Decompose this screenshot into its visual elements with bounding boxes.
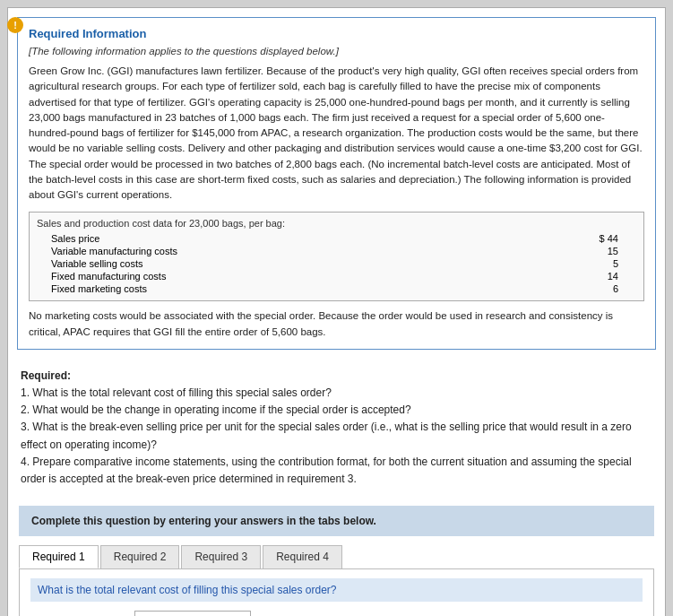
tab-question: What is the total relevant cost of filli… [30, 578, 643, 602]
complete-box: Complete this question by entering your … [19, 506, 654, 536]
cost-table-row: Variable manufacturing costs15 [37, 245, 636, 257]
required-item: 2. What would be the change in operating… [21, 402, 652, 419]
cost-label: Variable selling costs [37, 257, 456, 270]
info-title: Required Information [29, 27, 644, 40]
cost-value: $ 44 [456, 232, 636, 245]
cost-table-row: Fixed manufacturing costs14 [37, 270, 636, 282]
cost-label: Variable manufacturing costs [37, 245, 456, 257]
required-label: Required: [21, 369, 71, 382]
required-items: 1. What is the total relevant cost of fi… [21, 385, 652, 488]
cost-table-row: Fixed marketing costs6 [37, 282, 636, 295]
cost-label: Fixed manufacturing costs [37, 270, 456, 282]
cost-table-row: Variable selling costs5 [37, 257, 636, 270]
info-box: ! Required Information [The following in… [17, 17, 656, 350]
cost-table: Sales price$ 44Variable manufacturing co… [37, 232, 636, 295]
cost-value: 6 [456, 282, 636, 295]
tab-content: What is the total relevant cost of filli… [19, 568, 654, 616]
footer-note: No marketing costs would be associated w… [29, 308, 644, 340]
input-row: Total relevant cost [30, 611, 643, 616]
cost-label: Fixed marketing costs [37, 282, 456, 295]
info-icon: ! [7, 17, 23, 33]
required-section: Required: 1. What is the total relevant … [8, 359, 665, 497]
tab-required-4[interactable]: Required 4 [263, 545, 342, 568]
required-item: 3. What is the break-even selling price … [21, 419, 652, 453]
total-relevant-cost-input[interactable] [134, 611, 251, 616]
info-body: Green Grow Inc. (GGI) manufactures lawn … [29, 64, 644, 203]
cost-table-wrapper: Sales and production cost data for 23,00… [29, 212, 644, 301]
cost-table-title: Sales and production cost data for 23,00… [37, 218, 636, 229]
cost-value: 14 [456, 270, 636, 282]
info-subtitle: [The following information applies to th… [29, 46, 644, 56]
required-item: 4. Prepare comparative income statements… [21, 454, 652, 488]
tab-required-1[interactable]: Required 1 [19, 545, 99, 568]
required-item: 1. What is the total relevant cost of fi… [21, 385, 652, 402]
tab-required-3[interactable]: Required 3 [181, 545, 261, 568]
cost-label: Sales price [37, 232, 456, 245]
cost-value: 15 [456, 245, 636, 257]
tab-required-2[interactable]: Required 2 [100, 545, 180, 568]
complete-text: Complete this question by entering your … [31, 515, 376, 527]
page-container: ! Required Information [The following in… [7, 7, 666, 616]
cost-value: 5 [456, 257, 636, 270]
cost-table-row: Sales price$ 44 [37, 232, 636, 245]
tabs-container: Required 1Required 2Required 3Required 4 [19, 545, 654, 568]
